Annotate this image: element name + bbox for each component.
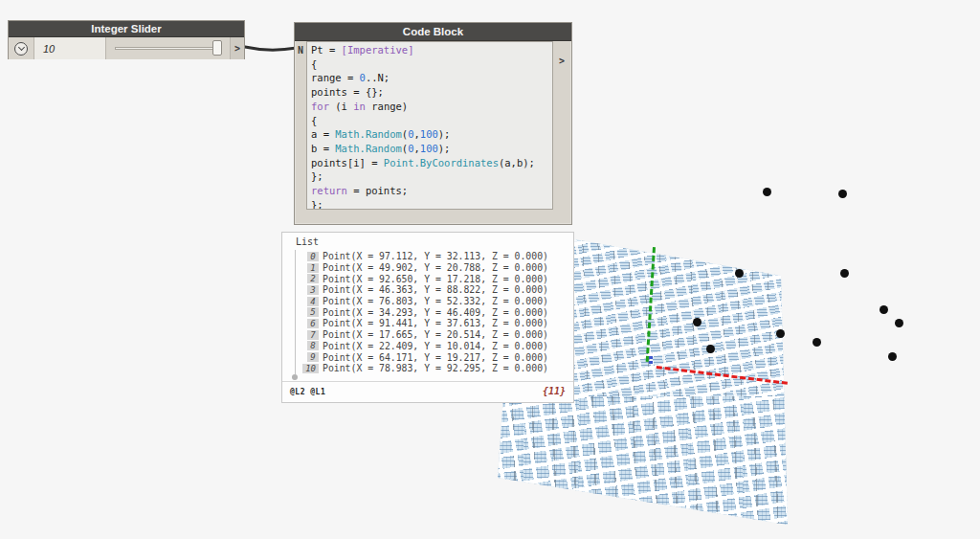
list-item-index: 1 [307,263,319,273]
code-line: { [311,57,548,72]
slider-groove [115,47,221,50]
list-item-text: Point(X = 91.441, Y = 37.613, Z = 0.000) [323,318,548,328]
list-item-index: 10 [302,364,319,373]
code-line: points[i] = Point.ByCoordinates(a,b); [311,156,548,170]
list-item-index: 9 [307,352,319,362]
code-line: Pt = [Imperative] [311,43,548,57]
list-item-index: 3 [307,285,319,295]
list-item-text: Point(X = 34.293, Y = 46.409, Z = 0.000) [323,307,548,318]
code-text[interactable]: Pt = [Imperative]{range = 0..N;points = … [306,41,553,210]
list-item-index: 0 [307,252,319,261]
list-item-text: Point(X = 49.902, Y = 20.788, Z = 0.000) [323,262,548,273]
list-item-text: Point(X = 22.409, Y = 10.014, Z = 0.000) [323,341,548,351]
tree-guide-dot [292,374,298,380]
code-line: for (i in range) [311,100,548,114]
code-line: b = Math.Random(0,100); [311,142,548,156]
list-item: 7Point(X = 17.665, Y = 20.514, Z = 0.000… [282,329,569,341]
preview-point [763,188,771,196]
list-item-text: Point(X = 97.112, Y = 32.113, Z = 0.000) [323,251,548,261]
list-item-text: Point(X = 64.171, Y = 19.217, Z = 0.000) [323,352,548,363]
wire-slider-to-codeblock[interactable] [245,47,297,50]
list-item: 0Point(X = 97.112, Y = 32.113, Z = 0.000… [282,251,569,262]
list-rows: 0Point(X = 97.112, Y = 32.113, Z = 0.000… [282,251,569,374]
list-item: 4Point(X = 76.803, Y = 52.332, Z = 0.000… [282,296,569,307]
preview-footer: @L2 @L1 {11} [282,381,573,402]
list-item-index: 2 [307,274,319,283]
list-item-index: 7 [307,330,319,340]
list-count-badge: {11} [543,386,566,396]
chevron-down-icon[interactable] [14,42,28,56]
preview-point [693,318,702,326]
slider-value-input[interactable]: 10 [33,37,106,59]
code-line: }; [311,169,548,184]
preview-point [735,269,744,278]
list-item-index: 8 [307,341,319,350]
code-line: { [311,114,548,128]
output-port[interactable]: > [230,37,244,59]
list-item-text: Point(X = 76.803, Y = 52.332, Z = 0.000) [323,296,548,306]
preview-point [888,352,897,361]
node-integer-slider[interactable]: Integer Slider 10 > [8,20,245,59]
preview-bubble[interactable]: List 0Point(X = 97.112, Y = 32.113, Z = … [281,232,574,403]
list-item: 3Point(X = 46.363, Y = 88.822, Z = 0.000… [282,284,569,296]
list-item: 2Point(X = 92.650, Y = 17.218, Z = 0.000… [282,273,569,284]
preview-point [840,269,849,278]
grid-lower-band [496,396,791,527]
output-port[interactable]: > [554,55,569,68]
preview-point [813,338,821,347]
code-line: points = {}; [311,85,548,100]
list-label: List [296,236,319,247]
preview-point [706,345,715,353]
list-item: 8Point(X = 22.409, Y = 10.014, Z = 0.000… [282,341,569,352]
node-code-block[interactable]: Code Block N Pt = [Imperative]{range = 0… [294,22,572,225]
lacing-indicator: @L2 @L1 [290,388,325,396]
list-item-text: Point(X = 46.363, Y = 88.822, Z = 0.000) [323,284,548,295]
list-item-index: 4 [307,297,319,306]
list-item-text: Point(X = 92.650, Y = 17.218, Z = 0.000) [323,274,548,284]
list-item-index: 6 [307,319,319,328]
code-line: range = 0..N; [311,71,548,85]
preview-point [838,190,847,198]
list-item: 5Point(X = 34.293, Y = 46.409, Z = 0.000… [282,306,569,318]
list-item-text: Point(X = 78.983, Y = 92.295, Z = 0.000) [323,363,548,373]
preview-point [880,305,888,314]
slider-track[interactable] [106,37,230,59]
code-line: return = points; [311,184,548,198]
node-title[interactable]: Code Block [295,23,571,41]
expand-button[interactable] [9,37,33,59]
code-line: a = Math.Random(0,100); [311,127,548,142]
input-port-n[interactable]: N [295,43,306,58]
node-title[interactable]: Integer Slider [9,21,244,37]
list-item: 9Point(X = 64.171, Y = 19.217, Z = 0.000… [282,351,569,363]
preview-point [895,319,903,327]
origin-marker [649,355,653,364]
list-item-index: 5 [307,307,319,317]
list-item-text: Point(X = 17.665, Y = 20.514, Z = 0.000) [323,329,548,340]
preview-point [776,329,785,338]
code-line: }; [311,198,548,210]
list-item: 10Point(X = 78.983, Y = 92.295, Z = 0.00… [282,363,569,374]
list-item: 6Point(X = 91.441, Y = 37.613, Z = 0.000… [282,318,569,329]
slider-handle[interactable] [212,40,222,56]
list-item: 1Point(X = 49.902, Y = 20.788, Z = 0.000… [282,262,569,274]
